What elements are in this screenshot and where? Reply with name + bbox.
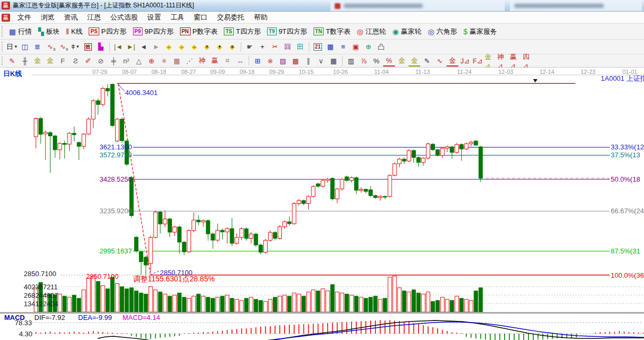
candle-body[interactable] <box>335 189 339 199</box>
candle-body[interactable] <box>369 190 373 195</box>
print-icon[interactable]: 凸 <box>375 41 387 52</box>
menu-item-浏览[interactable]: 浏览 <box>36 12 59 23</box>
grid-box-icon[interactable]: ▦ <box>171 55 183 67</box>
ying-icon[interactable]: 赢 <box>209 55 221 67</box>
gann-diamond-expand-icon[interactable]: ◆↔ <box>188 41 201 52</box>
kline-chart-canvas[interactable] <box>0 68 644 340</box>
v-wave-icon[interactable]: ∨ <box>315 55 327 67</box>
menu-item-江恩[interactable]: 江恩 <box>82 12 106 23</box>
candle-body[interactable] <box>273 232 277 238</box>
kline-period-dropdown[interactable]: 日▼ <box>6 41 18 52</box>
comb-icon[interactable]: ╪ <box>107 55 120 67</box>
gold-lines-icon[interactable]: 金 <box>408 55 421 67</box>
percent-icon[interactable]: % <box>370 55 383 67</box>
candle-body[interactable] <box>110 84 114 126</box>
circle-grid-icon[interactable]: ⊘ <box>94 55 107 67</box>
candle-body[interactable] <box>302 201 306 204</box>
candle-body[interactable] <box>63 144 67 145</box>
candle-body[interactable] <box>355 178 358 191</box>
candle-body[interactable] <box>163 219 167 224</box>
menu-item-窗口[interactable]: 窗口 <box>189 12 212 23</box>
candle-body[interactable] <box>173 227 176 232</box>
candle-body[interactable] <box>446 147 449 148</box>
candle-body[interactable] <box>206 221 210 234</box>
shen-angle-icon[interactable]: 神⊿ <box>497 55 509 67</box>
chart-window-icon[interactable]: ◫ <box>18 41 31 52</box>
candle-body[interactable] <box>101 89 105 105</box>
candle-body[interactable] <box>216 230 220 240</box>
wave-3-icon[interactable]: ∿3 <box>44 41 56 52</box>
candle-body[interactable] <box>450 147 454 153</box>
menu-item-交易委托[interactable]: 交易委托 <box>212 12 249 23</box>
candle-body[interactable] <box>311 186 315 196</box>
brush-tool-icon[interactable]: ✐ <box>82 55 94 67</box>
ninep-square-button[interactable]: P99P四方形 <box>130 25 177 38</box>
wave-9-icon[interactable]: ∿9 <box>56 41 69 52</box>
gann-wheel-button[interactable]: ◎江恩轮 <box>354 25 389 38</box>
candle-body[interactable] <box>49 133 52 136</box>
toolbar-drag-handle[interactable] <box>2 56 4 65</box>
angle-icon[interactable]: △ <box>132 55 145 67</box>
blurred-tab[interactable] <box>330 1 505 11</box>
web-icon[interactable]: ✳ <box>158 55 171 67</box>
sectors-button[interactable]: ▚板块 <box>35 25 63 38</box>
menu-item-设置[interactable]: 设置 <box>143 12 166 23</box>
candle-body[interactable] <box>402 159 406 161</box>
gold-red-icon[interactable]: 金 <box>446 55 459 67</box>
candle-body[interactable] <box>244 229 248 238</box>
f-comb-icon[interactable]: F <box>56 55 69 67</box>
ninet-square-button[interactable]: T99T四方形 <box>264 25 310 38</box>
candle-body[interactable] <box>316 184 320 186</box>
ying-angle-icon[interactable]: 赢⊿ <box>509 55 522 67</box>
candle-body[interactable] <box>263 240 267 252</box>
candle-body[interactable] <box>135 237 138 251</box>
winner-service-button[interactable]: $赢家服务 <box>460 25 500 38</box>
candle-body[interactable] <box>187 231 191 252</box>
candle-body[interactable] <box>441 148 444 156</box>
percent-line-icon[interactable]: % <box>383 55 395 67</box>
candle-body[interactable] <box>182 242 186 252</box>
n2-icon[interactable]: n² <box>120 55 132 67</box>
candle-body[interactable] <box>397 159 401 164</box>
candle-body[interactable] <box>254 234 258 245</box>
gann-diamond-right-icon[interactable]: ◆→ <box>175 41 188 52</box>
candle-body[interactable] <box>221 230 224 232</box>
calendar-21-icon[interactable]: 21 <box>311 41 324 52</box>
wave-a-icon[interactable]: ∿ <box>433 55 446 67</box>
candle-body[interactable] <box>197 220 201 222</box>
calculator-icon[interactable]: ▦ <box>324 41 337 52</box>
hand-tool-icon[interactable]: ☛ <box>243 41 256 52</box>
s-comb-icon[interactable]: Ƨ <box>69 55 82 67</box>
crosshair-tool-icon[interactable]: + <box>256 41 269 52</box>
candle-body[interactable] <box>202 221 205 222</box>
candle-body[interactable] <box>68 133 71 144</box>
toolbar-drag-handle[interactable] <box>2 26 4 36</box>
rays-icon[interactable]: ※ <box>264 55 277 67</box>
shen-icon[interactable]: 神 <box>196 55 209 67</box>
candle-body[interactable] <box>393 164 396 175</box>
dark-grid-icon[interactable]: ▦ <box>327 55 340 67</box>
prev-page-icon[interactable]: ◄ <box>137 41 150 52</box>
candle-body[interactable] <box>426 144 430 158</box>
candle-body[interactable] <box>359 190 363 191</box>
gold-comb-icon[interactable]: 金 <box>31 55 44 67</box>
blue-grid-icon[interactable]: ⊞ <box>251 55 264 67</box>
menu-item-资讯[interactable]: 资讯 <box>59 12 82 23</box>
candle-body[interactable] <box>230 229 234 243</box>
candle-body[interactable] <box>154 212 157 238</box>
candle-body[interactable] <box>177 227 181 242</box>
candle-body[interactable] <box>116 119 119 141</box>
candle-body[interactable] <box>431 144 434 150</box>
candle-body[interactable] <box>330 178 334 199</box>
candle-body[interactable] <box>39 118 43 134</box>
candle-body[interactable] <box>455 145 459 153</box>
quote-button[interactable]: ▦行情 <box>6 25 35 38</box>
gann-diamond-star-icon[interactable]: ◆✦ <box>213 41 226 52</box>
blurred-tab[interactable] <box>510 1 642 11</box>
j-angle-icon[interactable]: J⊿ <box>459 55 471 67</box>
pen-tool-icon[interactable]: ✎ <box>6 55 18 67</box>
last-page-icon[interactable]: ►| <box>125 41 137 52</box>
gold-angle-icon[interactable]: 金⊿ <box>484 55 497 67</box>
winner-wheel-button[interactable]: ◉赢家轮 <box>389 25 424 38</box>
kline-lines-icon[interactable]: ⋰ <box>183 55 196 67</box>
